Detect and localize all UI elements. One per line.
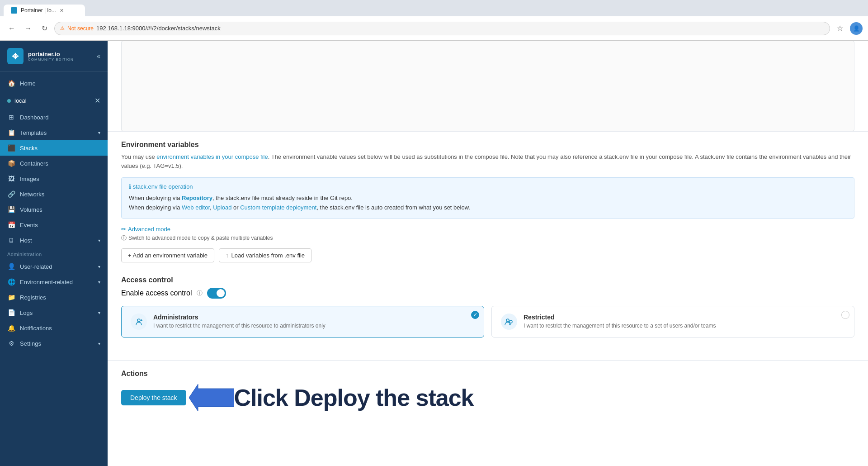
logs-chevron-icon: ▾ bbox=[98, 310, 100, 315]
host-label: Host bbox=[20, 237, 32, 244]
env-variables-section: Environment variables You may use enviro… bbox=[108, 132, 868, 360]
security-label: Not secure bbox=[67, 25, 94, 32]
sidebar-item-templates[interactable]: 📋 Templates ▾ bbox=[0, 125, 108, 140]
env-close-btn[interactable]: ✕ bbox=[94, 96, 100, 105]
networks-icon: 🔗 bbox=[7, 190, 15, 198]
env-related-chevron-icon: ▾ bbox=[98, 280, 100, 285]
registries-label: Registries bbox=[20, 294, 46, 301]
sidebar-nav: 🏠 Home local ✕ ⊞ Dashboard 📋 Templates ▾ bbox=[0, 72, 108, 355]
env-status-dot bbox=[7, 99, 11, 103]
tab-label: Portainer | lo... bbox=[21, 7, 56, 14]
user-related-chevron-icon: ▾ bbox=[98, 264, 100, 269]
browser-tab[interactable]: Portainer | lo... ✕ bbox=[4, 5, 85, 16]
env-buttons-row: + Add an environment variable ↑ Load var… bbox=[121, 248, 854, 262]
info-box-row1: When deploying via Repository, the stack… bbox=[129, 194, 847, 203]
restricted-card-check bbox=[841, 311, 849, 319]
host-chevron-icon: ▾ bbox=[98, 238, 100, 243]
tab-close-btn[interactable]: ✕ bbox=[60, 8, 64, 14]
info-circle-icon: ⓘ bbox=[121, 234, 127, 242]
actions-title: Actions bbox=[121, 370, 854, 378]
sidebar-item-notifications[interactable]: 🔔 Notifications bbox=[0, 320, 108, 336]
dashboard-label: Dashboard bbox=[20, 114, 49, 121]
notifications-icon: 🔔 bbox=[7, 324, 15, 332]
sidebar-item-networks[interactable]: 🔗 Networks bbox=[0, 186, 108, 202]
portainer-logo-icon bbox=[7, 48, 24, 64]
bookmark-btn[interactable]: ☆ bbox=[834, 22, 846, 35]
browser-chrome: Portainer | lo... ✕ ← → ↻ ⚠ Not secure 1… bbox=[0, 0, 868, 41]
restricted-card-icon bbox=[501, 314, 517, 330]
access-cards: Administrators I want to restrict the ma… bbox=[121, 306, 854, 338]
sidebar-item-home[interactable]: 🏠 Home bbox=[0, 76, 108, 91]
browser-toolbar: ← → ↻ ⚠ Not secure 192.168.1.18:9000/#!/… bbox=[0, 16, 868, 41]
upload-icon: ↑ bbox=[226, 252, 229, 259]
forward-btn[interactable]: → bbox=[22, 22, 34, 35]
enable-access-label: Enable access control bbox=[121, 289, 192, 297]
address-bar[interactable]: ⚠ Not secure 192.168.1.18:9000/#!/2/dock… bbox=[54, 22, 830, 35]
sidebar-item-settings[interactable]: ⚙ Settings ▾ bbox=[0, 336, 108, 351]
click-deploy-annotation-text: Click Deploy the stack bbox=[234, 384, 474, 411]
settings-icon: ⚙ bbox=[7, 340, 15, 347]
svg-point-2 bbox=[137, 319, 140, 322]
app-layout: portainer.io COMMUNITY EDITION « 🏠 Home … bbox=[0, 41, 868, 466]
advanced-mode-link[interactable]: ✏ Advanced mode bbox=[121, 226, 170, 233]
web-editor-link[interactable]: Web editor bbox=[182, 204, 210, 211]
svg-point-5 bbox=[506, 319, 509, 322]
stacks-icon: ⬛ bbox=[7, 144, 15, 152]
custom-template-link[interactable]: Custom template deployment bbox=[240, 204, 316, 211]
dashboard-icon: ⊞ bbox=[7, 114, 15, 121]
sidebar-item-containers[interactable]: 📦 Containers bbox=[0, 156, 108, 171]
sidebar: portainer.io COMMUNITY EDITION « 🏠 Home … bbox=[0, 41, 108, 466]
admin-card-icon bbox=[131, 314, 147, 330]
logo-sub-text: COMMUNITY EDITION bbox=[28, 57, 74, 62]
env-section: local ✕ bbox=[0, 91, 108, 109]
sidebar-item-events[interactable]: 📅 Events bbox=[0, 217, 108, 233]
info-icon: ℹ bbox=[129, 183, 133, 190]
sidebar-collapse-btn[interactable]: « bbox=[97, 52, 100, 60]
templates-icon: 📋 bbox=[7, 129, 15, 136]
reload-btn[interactable]: ↻ bbox=[38, 22, 51, 35]
containers-label: Containers bbox=[20, 160, 48, 167]
restricted-card-title: Restricted bbox=[524, 314, 716, 321]
profile-icon: 👤 bbox=[853, 25, 860, 32]
user-related-label: User-related bbox=[20, 263, 52, 270]
sidebar-item-stacks[interactable]: ⬛ Stacks bbox=[0, 140, 108, 156]
admin-access-card[interactable]: Administrators I want to restrict the ma… bbox=[121, 306, 484, 338]
profile-btn[interactable]: 👤 bbox=[850, 22, 863, 35]
sidebar-item-logs[interactable]: 📄 Logs ▾ bbox=[0, 305, 108, 320]
restricted-access-card[interactable]: Restricted I want to restrict the manage… bbox=[491, 306, 854, 338]
edit-icon: ✏ bbox=[121, 226, 126, 233]
info-box-title: ℹ stack.env file operation bbox=[129, 183, 847, 190]
admin-card-check: ✓ bbox=[471, 311, 479, 319]
home-label: Home bbox=[20, 80, 36, 87]
restricted-card-content: Restricted I want to restrict the manage… bbox=[524, 314, 716, 329]
sidebar-item-host[interactable]: 🖥 Host ▾ bbox=[0, 233, 108, 248]
logo-text-area: portainer.io COMMUNITY EDITION bbox=[28, 51, 74, 62]
actions-row: Deploy the stack Click Deploy the stack bbox=[121, 384, 854, 411]
admin-card-content: Administrators I want to restrict the ma… bbox=[153, 314, 326, 329]
host-icon: 🖥 bbox=[7, 237, 15, 244]
sidebar-item-registries[interactable]: 📁 Registries bbox=[0, 290, 108, 305]
info-box-row2: When deploying via Web editor, Upload or… bbox=[129, 203, 847, 213]
sidebar-item-env-related[interactable]: 🌐 Environment-related ▾ bbox=[0, 274, 108, 290]
sidebar-item-images[interactable]: 🖼 Images bbox=[0, 171, 108, 186]
logs-label: Logs bbox=[20, 309, 33, 316]
events-label: Events bbox=[20, 222, 38, 228]
access-control-section: Access control Enable access control ⓘ bbox=[121, 276, 854, 338]
sidebar-item-user-related[interactable]: 👤 User-related ▾ bbox=[0, 259, 108, 274]
env-desc-prefix: You may use bbox=[121, 153, 156, 160]
compose-editor[interactable] bbox=[121, 41, 854, 131]
back-btn[interactable]: ← bbox=[5, 22, 18, 35]
access-control-toggle[interactable] bbox=[207, 288, 226, 299]
deploy-stack-btn[interactable]: Deploy the stack bbox=[121, 390, 186, 405]
notifications-label: Notifications bbox=[20, 325, 52, 332]
env-info-box: ℹ stack.env file operation When deployin… bbox=[121, 177, 854, 219]
user-related-icon: 👤 bbox=[7, 263, 15, 270]
restricted-check-circle bbox=[841, 311, 849, 319]
logo-area: portainer.io COMMUNITY EDITION bbox=[7, 48, 74, 64]
load-vars-btn[interactable]: ↑ Load variables from .env file bbox=[219, 248, 311, 262]
add-env-variable-btn[interactable]: + Add an environment variable bbox=[121, 248, 214, 262]
sidebar-item-dashboard[interactable]: ⊞ Dashboard bbox=[0, 109, 108, 125]
env-desc-link[interactable]: environment variables in your compose fi… bbox=[156, 153, 268, 160]
sidebar-item-volumes[interactable]: 💾 Volumes bbox=[0, 202, 108, 217]
upload-link[interactable]: Upload bbox=[213, 204, 231, 211]
